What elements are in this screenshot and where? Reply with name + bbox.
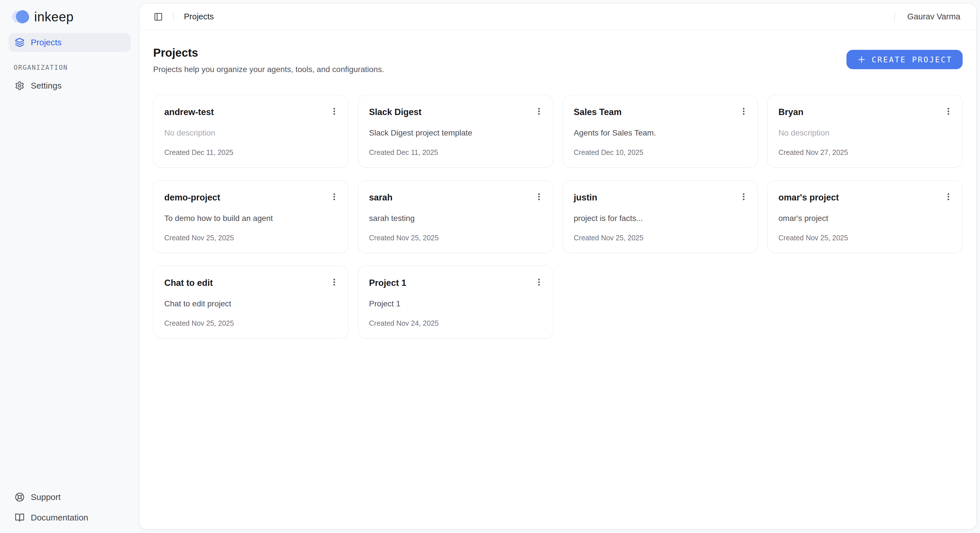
project-menu-button[interactable] <box>533 276 545 288</box>
project-description: No description <box>778 128 951 138</box>
project-card-header: omar's project <box>778 193 951 203</box>
sidebar-item-label: Settings <box>31 81 62 91</box>
project-menu-button[interactable] <box>942 105 955 117</box>
project-menu-button[interactable] <box>942 191 955 203</box>
main-panel: Projects Gaurav Varma Projects Projects … <box>139 3 977 530</box>
sidebar-org-nav: Settings <box>0 75 139 95</box>
sidebar-item-settings[interactable]: Settings <box>8 76 131 95</box>
inkeep-logo-icon <box>11 10 29 23</box>
project-card[interactable]: demo-project To demo how to build an age… <box>153 180 348 253</box>
project-name: demo-project <box>164 193 220 203</box>
project-description: Project 1 <box>369 299 542 309</box>
kebab-menu-icon <box>943 192 953 202</box>
life-buoy-icon <box>15 492 24 502</box>
project-name: justin <box>574 193 597 203</box>
project-created-date: Created Nov 25, 2025 <box>164 310 337 328</box>
plus-icon <box>857 55 866 64</box>
sidebar-item-label: Documentation <box>31 513 88 522</box>
user-menu[interactable]: Gaurav Varma <box>907 12 960 21</box>
brand-logo: inkeep <box>0 0 139 32</box>
project-created-date: Created Nov 24, 2025 <box>369 310 542 328</box>
sidebar-item-label: Support <box>31 492 60 502</box>
panel-left-icon <box>154 12 163 21</box>
sidebar-item-documentation[interactable]: Documentation <box>8 509 131 527</box>
project-card-header: Bryan <box>778 107 951 117</box>
create-project-button[interactable]: CREATE PROJECT <box>846 50 963 69</box>
project-created-date: Created Dec 10, 2025 <box>574 139 747 157</box>
project-description: Slack Digest project template <box>369 128 542 138</box>
project-card[interactable]: Bryan No description Created Nov 27, 202… <box>767 95 963 168</box>
project-name: Project 1 <box>369 278 406 288</box>
project-menu-button[interactable] <box>328 191 340 203</box>
project-created-date: Created Nov 27, 2025 <box>778 139 951 157</box>
project-card[interactable]: andrew-test No description Created Dec 1… <box>153 95 348 168</box>
project-card[interactable]: Chat to edit Chat to edit project Create… <box>153 266 348 339</box>
project-card[interactable]: Sales Team Agents for Sales Team. Create… <box>563 95 758 168</box>
project-card-header: Sales Team <box>574 107 747 117</box>
project-name: Chat to edit <box>164 278 213 288</box>
kebab-menu-icon <box>534 192 544 202</box>
sidebar-section-label: ORGANIZATION <box>0 52 139 75</box>
project-name: Slack Digest <box>369 107 422 117</box>
sidebar-item-support[interactable]: Support <box>8 488 131 506</box>
project-description: project is for facts... <box>574 213 747 223</box>
project-card[interactable]: Slack Digest Slack Digest project templa… <box>358 95 553 168</box>
project-name: omar's project <box>778 193 839 203</box>
page-title: Projects <box>153 46 384 59</box>
top-bar-left: Projects <box>154 12 214 21</box>
header-divider <box>894 12 895 21</box>
project-menu-button[interactable] <box>328 105 340 117</box>
project-name: Sales Team <box>574 107 622 117</box>
kebab-menu-icon <box>329 277 339 287</box>
app-root: inkeep Projects ORGANIZATION <box>0 0 980 533</box>
project-card[interactable]: justin project is for facts... Created N… <box>563 180 758 253</box>
kebab-menu-icon <box>534 107 544 116</box>
gear-icon <box>15 81 24 91</box>
main-area: Projects Gaurav Varma Projects Projects … <box>139 0 980 533</box>
brand-name: inkeep <box>34 9 74 24</box>
project-created-date: Created Dec 11, 2025 <box>164 139 337 157</box>
project-name: andrew-test <box>164 107 214 117</box>
page-subtitle: Projects help you organize your agents, … <box>153 65 384 74</box>
sidebar-item-label: Projects <box>31 38 62 47</box>
page-heading-group: Projects Projects help you organize your… <box>153 46 384 74</box>
project-card[interactable]: sarah sarah testing Created Nov 25, 2025 <box>358 180 553 253</box>
project-created-date: Created Nov 25, 2025 <box>164 224 337 242</box>
project-card-header: sarah <box>369 193 542 203</box>
project-created-date: Created Nov 25, 2025 <box>574 224 747 242</box>
header-divider <box>173 12 174 21</box>
layers-icon <box>15 38 24 47</box>
kebab-menu-icon <box>534 277 544 287</box>
sidebar-nav: Projects <box>0 32 139 52</box>
project-description: Chat to edit project <box>164 299 337 309</box>
project-created-date: Created Nov 25, 2025 <box>369 224 542 242</box>
project-card-header: Slack Digest <box>369 107 542 117</box>
project-card-header: demo-project <box>164 193 337 203</box>
project-menu-button[interactable] <box>533 191 545 203</box>
project-menu-button[interactable] <box>328 276 340 288</box>
project-card-header: Project 1 <box>369 278 542 288</box>
page-header: Projects Projects help you organize your… <box>153 46 963 74</box>
project-name: sarah <box>369 193 393 203</box>
project-description: No description <box>164 128 337 138</box>
kebab-menu-icon <box>943 107 953 116</box>
sidebar-toggle-button[interactable] <box>154 12 163 21</box>
sidebar-footer: Support Documentation <box>0 488 139 533</box>
project-card[interactable]: omar's project omar's project Created No… <box>767 180 963 253</box>
project-created-date: Created Nov 25, 2025 <box>778 224 951 242</box>
top-bar: Projects Gaurav Varma <box>140 4 976 30</box>
kebab-menu-icon <box>329 192 339 202</box>
project-card[interactable]: Project 1 Project 1 Created Nov 24, 2025 <box>358 266 553 339</box>
project-menu-button[interactable] <box>738 105 750 117</box>
project-card-header: Chat to edit <box>164 278 337 288</box>
project-menu-button[interactable] <box>738 191 750 203</box>
projects-grid: andrew-test No description Created Dec 1… <box>153 95 963 339</box>
book-open-icon <box>15 513 24 522</box>
project-description: Agents for Sales Team. <box>574 128 747 138</box>
sidebar-item-projects[interactable]: Projects <box>8 33 131 52</box>
project-menu-button[interactable] <box>533 105 545 117</box>
project-description: sarah testing <box>369 213 542 223</box>
project-description: To demo how to build an agent <box>164 213 337 223</box>
project-created-date: Created Dec 11, 2025 <box>369 139 542 157</box>
page-content: Projects Projects help you organize your… <box>140 30 976 529</box>
